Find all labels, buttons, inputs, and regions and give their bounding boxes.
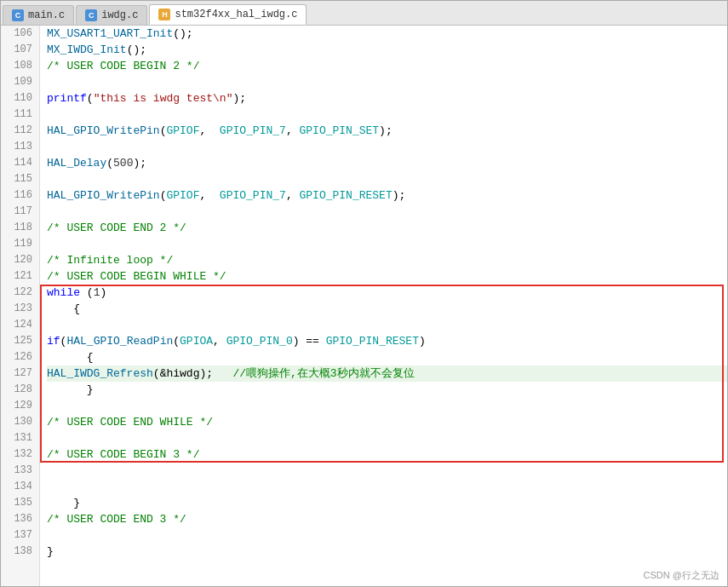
line-number: 121 [8, 268, 32, 285]
line-number: 114 [8, 155, 32, 171]
line-number: 134 [8, 479, 32, 495]
code-line: HAL_Delay(500); [47, 155, 727, 171]
code-line [47, 171, 727, 187]
watermark: CSDN @行之无边 [644, 569, 719, 582]
line-number: 127 [8, 365, 32, 382]
line-number: 122 [8, 285, 32, 301]
tab-label-iwdg: iwdg.c [101, 9, 138, 21]
line-number: 117 [8, 204, 32, 220]
code-line [47, 398, 727, 414]
line-number: 112 [8, 123, 32, 139]
line-number: 126 [8, 349, 32, 365]
code-line: { [47, 301, 727, 317]
tab-main-c[interactable]: C main.c [3, 5, 74, 25]
code-line: } [47, 544, 727, 560]
line-number: 129 [8, 398, 32, 414]
line-number: 133 [8, 463, 32, 479]
tab-icon-c2: C [85, 9, 97, 21]
line-number: 136 [8, 511, 32, 527]
tab-label-hal: stm32f4xx_hal_iwdg.c [175, 9, 297, 20]
code-line: MX_USART1_UART_Init(); [47, 26, 727, 42]
code-line: if(HAL_GPIO_ReadPin(GPIOA, GPIO_PIN_0) =… [47, 333, 727, 349]
line-number: 130 [8, 414, 32, 430]
line-number: 120 [8, 252, 32, 268]
code-line: MX_IWDG_Init(); [47, 42, 727, 58]
line-number: 125 [8, 333, 32, 349]
line-number: 123 [8, 301, 32, 317]
line-number: 106 [8, 26, 32, 42]
code-line [47, 479, 727, 495]
editor-window: C main.c C iwdg.c H stm32f4xx_hal_iwdg.c… [0, 0, 728, 587]
code-line: { [47, 349, 727, 365]
code-line: HAL_GPIO_WritePin(GPIOF, GPIO_PIN_7, GPI… [47, 187, 727, 204]
code-line: /* USER CODE END 3 */ [47, 511, 727, 527]
line-number: 124 [8, 317, 32, 333]
line-number: 109 [8, 74, 32, 90]
tab-icon-h: H [158, 9, 170, 20]
code-content[interactable]: MX_USART1_UART_Init(); MX_IWDG_Init(); /… [40, 26, 727, 586]
line-number: 118 [8, 220, 32, 236]
code-line: HAL_GPIO_WritePin(GPIOF, GPIO_PIN_7, GPI… [47, 123, 727, 139]
line-number: 116 [8, 187, 32, 204]
code-area: 1061071081091101111121131141151161171181… [1, 26, 727, 586]
code-line [47, 139, 727, 155]
line-number: 132 [8, 446, 32, 463]
line-number: 137 [8, 527, 32, 544]
code-line [47, 463, 727, 479]
code-line: /* USER CODE END 2 */ [47, 220, 727, 236]
code-line [47, 317, 727, 333]
code-line: HAL_IWDG_Refresh(&hiwdg); //喂狗操作,在大概3秒内就… [47, 365, 727, 382]
code-line: printf("this is iwdg test\n"); [47, 90, 727, 106]
tab-icon-c: C [12, 9, 24, 21]
code-line [47, 204, 727, 220]
tab-bar: C main.c C iwdg.c H stm32f4xx_hal_iwdg.c [1, 1, 727, 26]
code-line [47, 106, 727, 123]
line-number: 119 [8, 236, 32, 252]
line-numbers: 1061071081091101111121131141151161171181… [1, 26, 40, 586]
line-number: 128 [8, 382, 32, 398]
line-number: 108 [8, 58, 32, 74]
line-number: 107 [8, 42, 32, 58]
line-number: 113 [8, 139, 32, 155]
code-line: /* USER CODE BEGIN 2 */ [47, 58, 727, 74]
code-line: while (1) [47, 285, 727, 301]
line-number: 138 [8, 544, 32, 560]
tab-label-main: main.c [28, 9, 65, 21]
line-number: 115 [8, 171, 32, 187]
tab-hal-iwdg-c[interactable]: H stm32f4xx_hal_iwdg.c [149, 4, 307, 25]
line-number: 135 [8, 495, 32, 511]
code-line [47, 430, 727, 446]
code-line [47, 236, 727, 252]
code-line [47, 527, 727, 544]
tab-iwdg-c[interactable]: C iwdg.c [76, 5, 147, 25]
line-number: 111 [8, 106, 32, 123]
line-number: 131 [8, 430, 32, 446]
code-line: /* Infinite loop */ [47, 252, 727, 268]
code-line [47, 74, 727, 90]
code-line: /* USER CODE END WHILE */ [47, 414, 727, 430]
code-line: /* USER CODE BEGIN WHILE */ [47, 268, 727, 285]
line-number: 110 [8, 90, 32, 106]
code-line: /* USER CODE BEGIN 3 */ [47, 446, 727, 463]
code-line: } [47, 382, 727, 398]
code-line: } [47, 495, 727, 511]
